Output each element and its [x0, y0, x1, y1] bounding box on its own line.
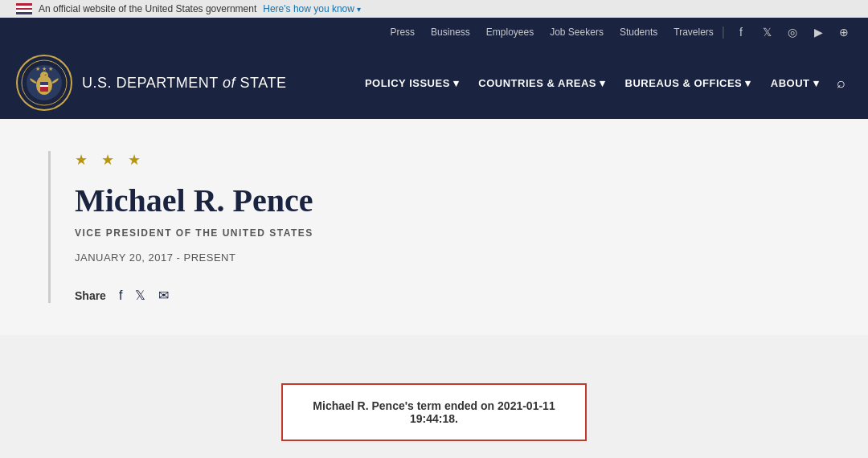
main-header: ★ ★ ★ U.S. DEPARTMENT of STATE POLICY IS… [0, 47, 868, 119]
chevron-down-icon: ▾ [813, 77, 820, 89]
gov-banner: An official website of the United States… [0, 0, 868, 18]
article-container: ★ ★ ★ Michael R. Pence VICE PRESIDENT OF… [48, 151, 611, 303]
chevron-down-icon: ▾ [453, 77, 460, 89]
youtube-icon[interactable]: ▶ [810, 24, 826, 40]
share-email-icon[interactable]: ✉ [158, 288, 169, 303]
social-icons-group: f 𝕏 ◎ ▶ ⊕ [733, 24, 852, 40]
bottom-section: Michael R. Pence's term ended on 2021-01… [0, 335, 868, 458]
nav-bureaus-offices[interactable]: BUREAUS & OFFICES ▾ [617, 71, 760, 96]
svg-rect-6 [40, 85, 48, 87]
chevron-down-icon: ▾ [357, 5, 361, 14]
state-dept-seal: ★ ★ ★ [16, 55, 72, 111]
us-flag-icon [16, 3, 32, 14]
svg-rect-7 [40, 87, 48, 88]
nav-policy-issues[interactable]: POLICY ISSUES ▾ [357, 71, 467, 96]
flickr-icon[interactable]: ⊕ [836, 24, 852, 40]
instagram-icon[interactable]: ◎ [784, 24, 800, 40]
search-button[interactable]: ⌕ [830, 68, 852, 98]
term-ended-text: Michael R. Pence's term ended on 2021-01… [307, 399, 561, 425]
share-facebook-icon[interactable]: f [119, 288, 122, 303]
how-know-link[interactable]: Here's how you know ▾ [263, 3, 361, 14]
person-title: VICE PRESIDENT OF THE UNITED STATES [75, 227, 611, 239]
nav-press[interactable]: Press [382, 27, 423, 38]
nav-job-seekers[interactable]: Job Seekers [542, 27, 612, 38]
content-area: ★ ★ ★ Michael R. Pence VICE PRESIDENT OF… [0, 119, 868, 335]
logo-area: ★ ★ ★ U.S. DEPARTMENT of STATE [16, 55, 286, 111]
department-name: U.S. DEPARTMENT of STATE [82, 75, 286, 92]
svg-rect-5 [40, 82, 48, 85]
nav-countries-areas[interactable]: COUNTRIES & AREAS ▾ [470, 71, 613, 96]
nav-employees[interactable]: Employees [478, 27, 542, 38]
chevron-down-icon: ▾ [745, 77, 751, 89]
svg-text:★ ★ ★: ★ ★ ★ [35, 66, 53, 72]
nav-about[interactable]: ABOUT ▾ [763, 71, 827, 96]
primary-nav: POLICY ISSUES ▾ COUNTRIES & AREAS ▾ BURE… [357, 68, 852, 98]
share-area: Share f 𝕏 ✉ [75, 288, 611, 303]
secondary-nav: Press Business Employees Job Seekers Stu… [0, 18, 868, 47]
search-icon: ⌕ [837, 75, 845, 91]
date-range: JANUARY 20, 2017 - PRESENT [75, 251, 611, 264]
person-name: Michael R. Pence [75, 182, 611, 219]
share-twitter-icon[interactable]: 𝕏 [135, 288, 145, 303]
nav-travelers[interactable]: Travelers [665, 27, 722, 38]
share-label: Share [75, 289, 106, 302]
nav-students[interactable]: Students [612, 27, 665, 38]
official-website-text: An official website of the United States… [39, 3, 256, 14]
facebook-icon[interactable]: f [733, 24, 749, 40]
nav-divider: | [722, 25, 725, 39]
twitter-icon[interactable]: 𝕏 [759, 24, 775, 40]
decorative-stars: ★ ★ ★ [75, 151, 611, 169]
nav-business[interactable]: Business [423, 27, 478, 38]
chevron-down-icon: ▾ [600, 77, 606, 89]
term-ended-notification: Michael R. Pence's term ended on 2021-01… [281, 383, 587, 441]
